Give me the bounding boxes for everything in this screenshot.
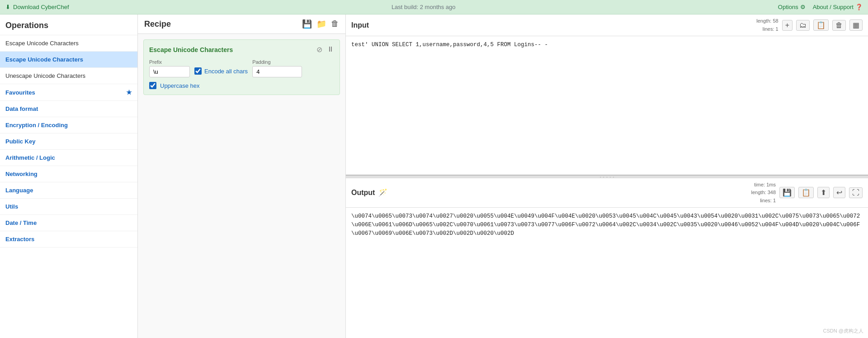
download-label: Download CyberChef [13, 4, 69, 10]
output-copy-button[interactable]: 📋 [798, 187, 814, 198]
padding-label: Padding [252, 59, 302, 65]
options-label: Options [778, 4, 798, 10]
uppercase-hex-checkbox[interactable] [149, 82, 156, 89]
gear-icon: ⚙ [800, 4, 806, 10]
recipe-card: Escape Unicode Characters ⊘ ⏸ Prefix Enc… [143, 39, 340, 95]
load-recipe-button[interactable]: 📁 [316, 19, 326, 29]
output-header: Output 🪄 time: 1ms length: 348 lines: 1 … [346, 178, 868, 208]
prefix-label: Prefix [149, 59, 190, 65]
sidebar-item-data-format[interactable]: Data format [0, 101, 137, 117]
download-link[interactable]: ⬇ Download CyberChef [5, 4, 69, 10]
clear-recipe-button[interactable]: 🗑 [331, 19, 339, 29]
output-save-button[interactable]: 💾 [779, 187, 795, 198]
sidebar-item-encryption-encoding[interactable]: Encryption / Encoding [0, 117, 137, 133]
padding-input[interactable] [252, 66, 302, 77]
input-add-button[interactable]: + [782, 20, 793, 31]
encode-all-checkbox[interactable] [194, 67, 202, 75]
sidebar-item-favourites[interactable]: Favourites ★ [0, 84, 137, 101]
disable-operation-button[interactable]: ⊘ [316, 45, 322, 54]
recipe-card-title: Escape Unicode Characters [149, 46, 233, 53]
star-icon: ★ [126, 89, 132, 96]
output-undo-button[interactable]: ↩ [833, 187, 845, 198]
output-fullscreen-button[interactable]: ⛶ [849, 187, 863, 198]
io-area: Input length: 58 lines: 1 + 🗂 📋 🗑 ▦ test… [346, 14, 868, 338]
recipe-panel: Recipe 💾 📁 🗑 Escape Unicode Characters ⊘… [138, 14, 346, 338]
sidebar-item-extractors[interactable]: Extractors [0, 231, 137, 248]
prefix-field-group: Prefix [149, 59, 190, 77]
input-layout-button[interactable]: ▦ [849, 19, 863, 31]
recipe-toolbar: 💾 📁 🗑 [302, 19, 339, 29]
output-send-to-input-button[interactable]: ⬆ [817, 187, 830, 198]
sidebar: Operations Escape Unicode Characters Esc… [0, 14, 138, 338]
download-icon: ⬇ [5, 4, 10, 10]
input-clear-button[interactable]: 🗑 [832, 20, 846, 31]
input-content[interactable]: test' UNION SELECT 1,username,password,4… [346, 36, 868, 174]
input-meta: length: 58 lines: 1 [756, 17, 778, 33]
output-meta: time: 1ms length: 348 lines: 1 [751, 181, 776, 205]
options-link[interactable]: Options ⚙ [778, 4, 806, 10]
recipe-card-actions: ⊘ ⏸ [316, 45, 334, 54]
sidebar-item-utils[interactable]: Utils [0, 199, 137, 215]
sidebar-title: Operations [0, 14, 137, 35]
input-panel: Input length: 58 lines: 1 + 🗂 📋 🗑 ▦ test… [346, 14, 868, 176]
pause-operation-button[interactable]: ⏸ [327, 45, 334, 54]
topbar: ⬇ Download CyberChef Last build: 2 month… [0, 0, 868, 14]
build-info: Last build: 2 months ago [392, 4, 456, 10]
sidebar-item-public-key[interactable]: Public Key [0, 133, 137, 150]
output-actions: time: 1ms length: 348 lines: 1 💾 📋 ⬆ ↩ ⛶ [751, 181, 863, 205]
padding-field-group: Padding [252, 59, 302, 77]
save-recipe-button[interactable]: 💾 [302, 19, 312, 29]
encode-all-group: Encode all chars [194, 67, 248, 75]
help-icon: ❓ [855, 4, 863, 10]
main-layout: Operations Escape Unicode Characters Esc… [0, 14, 868, 338]
prefix-input[interactable] [149, 66, 190, 77]
sidebar-item-date-time[interactable]: Date / Time [0, 215, 137, 231]
recipe-card-header: Escape Unicode Characters ⊘ ⏸ [149, 45, 334, 54]
uppercase-hex-label[interactable]: Uppercase hex [160, 82, 199, 89]
topbar-right: Options ⚙ About / Support ❓ [778, 4, 863, 10]
recipe-header: Recipe 💾 📁 🗑 [138, 14, 345, 34]
output-content: \u0074\u0065\u0073\u0074\u0027\u0020\u00… [346, 208, 868, 338]
support-link[interactable]: About / Support ❓ [813, 4, 863, 10]
output-panel: Output 🪄 time: 1ms length: 348 lines: 1 … [346, 178, 868, 338]
uppercase-hex-row: Uppercase hex [149, 82, 334, 89]
support-label: About / Support [813, 4, 854, 10]
watermark: CSDN @虎构之人 [823, 328, 863, 334]
input-title: Input [351, 21, 369, 29]
sidebar-item-unescape-unicode[interactable]: Unescape Unicode Characters [0, 68, 137, 84]
encode-all-label[interactable]: Encode all chars [204, 68, 248, 75]
recipe-title: Recipe [144, 19, 171, 29]
magic-wand-icon[interactable]: 🪄 [378, 188, 387, 197]
input-header: Input length: 58 lines: 1 + 🗂 📋 🗑 ▦ [346, 14, 868, 36]
sidebar-item-escape-unicode[interactable]: Escape Unicode Characters [0, 35, 137, 52]
sidebar-item-escape-unicode-active[interactable]: Escape Unicode Characters [0, 52, 137, 68]
sidebar-item-networking[interactable]: Networking [0, 166, 137, 182]
sidebar-item-language[interactable]: Language [0, 182, 137, 199]
recipe-fields: Prefix Encode all chars Padding [149, 59, 334, 77]
sidebar-item-arithmetic-logic[interactable]: Arithmetic / Logic [0, 150, 137, 166]
input-open-file-button[interactable]: 🗂 [796, 20, 810, 31]
output-title: Output 🪄 [351, 188, 387, 197]
input-paste-button[interactable]: 📋 [813, 19, 829, 31]
input-actions: length: 58 lines: 1 + 🗂 📋 🗑 ▦ [756, 17, 863, 33]
